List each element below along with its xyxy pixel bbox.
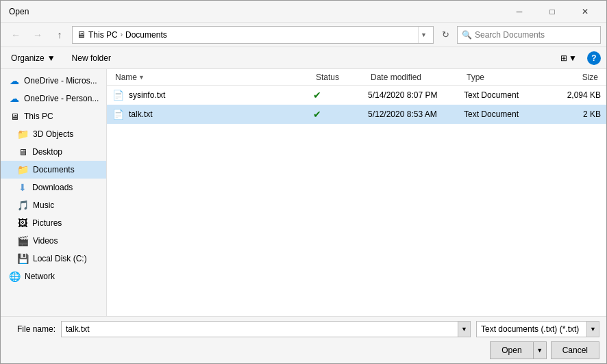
sidebar-item-documents-label: Documents <box>33 165 75 174</box>
view-icon: ⊞ <box>560 53 567 63</box>
search-icon: 🔍 <box>462 30 472 40</box>
sidebar-item-onedrive-micro[interactable]: ☁ OneDrive - Micros... <box>1 72 106 90</box>
sidebar-item-videos-label: Videos <box>33 236 58 246</box>
file-status-talk: ✔ <box>313 109 368 120</box>
breadcrumb: 🖥 This PC › Documents <box>77 29 415 40</box>
file-type-sysinfo: Text Document <box>464 90 546 100</box>
organize-label: Organize <box>11 53 45 63</box>
onedrive-micro-icon: ☁ <box>9 75 20 86</box>
col-header-type[interactable]: Type <box>464 69 546 85</box>
col-header-date[interactable]: Date modified <box>368 69 464 85</box>
forward-button[interactable]: → <box>28 26 47 44</box>
sidebar-item-3dobjects-label: 3D Objects <box>33 129 73 139</box>
breadcrumb-part1: This PC <box>88 30 118 40</box>
minimize-button[interactable]: ─ <box>504 1 535 22</box>
search-input[interactable] <box>475 30 596 40</box>
title-bar: Open ─ □ ✕ <box>1 1 606 23</box>
filename-label: File name: <box>8 324 55 334</box>
downloads-icon: ⬇ <box>17 182 28 193</box>
desktop-icon: 🖥 <box>17 147 28 157</box>
view-button[interactable]: ⊞ ▼ <box>556 51 582 65</box>
filetype-select-wrap: Text documents (.txt) (*.txt) ▼ <box>476 321 599 337</box>
sidebar-item-thispc-label: This PC <box>24 112 53 121</box>
sidebar-item-videos[interactable]: 🎬 Videos <box>1 232 106 250</box>
filename-input-wrap: ▼ <box>61 321 471 337</box>
help-button[interactable]: ? <box>587 51 601 65</box>
file-status-sysinfo: ✔ <box>313 90 368 101</box>
sidebar-item-pictures[interactable]: 🖼 Pictures <box>1 214 106 232</box>
sidebar-item-onedrive-micro-label: OneDrive - Micros... <box>24 76 97 86</box>
maximize-button[interactable]: □ <box>536 1 568 22</box>
filename-row: File name: ▼ Text documents (.txt) (*.tx… <box>8 321 599 337</box>
back-button[interactable]: ← <box>6 26 25 44</box>
sidebar-item-pictures-label: Pictures <box>32 218 62 228</box>
filetype-text: Text documents (.txt) (*.txt) <box>477 324 586 334</box>
file-type-talk: Text Document <box>464 109 546 119</box>
open-button-wrap: Open ▼ <box>490 341 546 359</box>
sidebar-item-network-label: Network <box>25 272 55 281</box>
up-button[interactable]: ↑ <box>50 26 69 44</box>
sidebar-item-thispc[interactable]: 🖥 This PC <box>1 107 106 125</box>
window-controls: ─ □ ✕ <box>504 1 601 22</box>
localdisk-icon: 💾 <box>17 253 29 264</box>
secondary-toolbar: Organize ▼ New folder ⊞ ▼ ? <box>1 47 606 69</box>
sidebar-item-onedrive-person-label: OneDrive - Person... <box>24 94 99 103</box>
col-size-label: Size <box>582 73 598 82</box>
network-icon: 🌐 <box>9 271 21 282</box>
documents-icon: 📁 <box>17 164 29 175</box>
sidebar-item-network[interactable]: 🌐 Network <box>1 268 106 285</box>
pictures-icon: 🖼 <box>17 218 28 229</box>
status-check-sysinfo: ✔ <box>313 90 321 101</box>
sidebar-item-downloads-label: Downloads <box>32 183 73 192</box>
sidebar-item-localdisk-label: Local Disk (C:) <box>33 254 87 263</box>
status-check-talk: ✔ <box>313 109 321 120</box>
sidebar-item-downloads[interactable]: ⬇ Downloads <box>1 179 106 196</box>
open-dropdown-button[interactable]: ▼ <box>533 341 547 359</box>
thispc-icon: 🖥 <box>9 112 20 122</box>
close-button[interactable]: ✕ <box>569 1 601 22</box>
address-dropdown-button[interactable]: ▼ <box>418 27 429 43</box>
3dobjects-icon: 📁 <box>17 129 29 140</box>
action-row: Open ▼ Cancel <box>8 341 599 359</box>
new-folder-button[interactable]: New folder <box>66 51 117 65</box>
filename-dropdown-button[interactable]: ▼ <box>458 322 470 337</box>
onedrive-person-icon: ☁ <box>9 93 20 104</box>
sidebar-item-documents[interactable]: 📁 Documents <box>1 161 106 179</box>
organize-arrow-icon: ▼ <box>47 53 55 63</box>
file-row-sysinfo[interactable]: 📄 sysinfo.txt ✔ 5/14/2020 8:07 PM Text D… <box>107 86 606 105</box>
music-icon: 🎵 <box>17 200 29 211</box>
file-icon-talk: 📄 <box>112 109 126 120</box>
file-size-sysinfo: 2,094 KB <box>546 90 601 100</box>
search-box: 🔍 <box>457 26 601 44</box>
filename-input[interactable] <box>62 322 458 337</box>
content-area: ☁ OneDrive - Micros... ☁ OneDrive - Pers… <box>1 69 606 316</box>
col-date-label: Date modified <box>371 73 421 82</box>
col-status-label: Status <box>316 73 339 82</box>
file-date-talk: 5/12/2020 8:53 AM <box>368 109 464 119</box>
sidebar-item-onedrive-person[interactable]: ☁ OneDrive - Person... <box>1 90 106 107</box>
refresh-button[interactable]: ↻ <box>436 26 454 44</box>
col-name-sort-icon: ▼ <box>138 74 145 81</box>
videos-icon: 🎬 <box>17 235 29 246</box>
sidebar-item-desktop-label: Desktop <box>32 147 62 157</box>
col-header-name[interactable]: Name ▼ <box>112 69 313 85</box>
sidebar-item-localdisk[interactable]: 💾 Local Disk (C:) <box>1 250 106 268</box>
sidebar-item-3dobjects[interactable]: 📁 3D Objects <box>1 125 106 143</box>
file-list-header: Name ▼ Status Date modified Type Size <box>107 69 606 86</box>
bottom-bar: File name: ▼ Text documents (.txt) (*.tx… <box>1 316 606 363</box>
col-header-status[interactable]: Status <box>313 69 368 85</box>
breadcrumb-part2: Documents <box>125 30 167 40</box>
open-dialog: Open ─ □ ✕ ← → ↑ 🖥 This PC › Documents ▼… <box>0 0 607 364</box>
cancel-button[interactable]: Cancel <box>551 341 599 359</box>
view-arrow-icon: ▼ <box>569 53 577 63</box>
address-bar[interactable]: 🖥 This PC › Documents ▼ <box>72 26 434 44</box>
organize-button[interactable]: Organize ▼ <box>6 51 60 65</box>
filetype-dropdown-button[interactable]: ▼ <box>586 322 599 337</box>
col-name-label: Name <box>115 73 137 82</box>
file-row-talk[interactable]: 📄 talk.txt ✔ 5/12/2020 8:53 AM Text Docu… <box>107 105 606 124</box>
col-header-size[interactable]: Size <box>546 69 601 85</box>
file-list: 📄 sysinfo.txt ✔ 5/14/2020 8:07 PM Text D… <box>107 86 606 316</box>
sidebar-item-music[interactable]: 🎵 Music <box>1 196 106 214</box>
sidebar-item-desktop[interactable]: 🖥 Desktop <box>1 143 106 161</box>
open-button[interactable]: Open <box>490 341 532 359</box>
